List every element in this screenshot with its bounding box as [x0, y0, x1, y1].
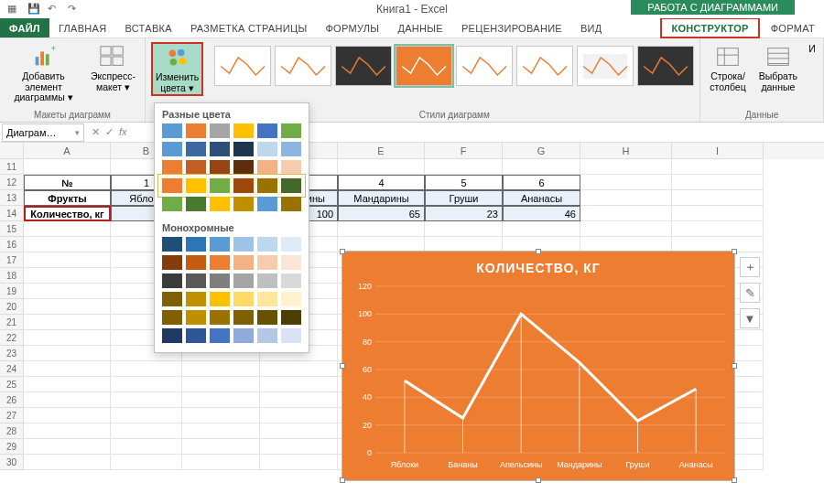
- color-swatch[interactable]: [210, 178, 230, 193]
- resize-handle[interactable]: [732, 249, 737, 254]
- color-swatch[interactable]: [281, 292, 301, 306]
- color-swatch[interactable]: [233, 328, 254, 343]
- color-swatch[interactable]: [186, 273, 206, 288]
- name-box[interactable]: Диаграм…: [2, 123, 84, 142]
- cell[interactable]: [182, 439, 260, 455]
- enter-icon[interactable]: ✓: [105, 126, 114, 138]
- color-swatch[interactable]: [257, 255, 277, 270]
- color-swatch[interactable]: [257, 273, 277, 288]
- quick-layout-button[interactable]: Экспресс-макет ▾: [87, 42, 139, 94]
- cell[interactable]: [425, 159, 503, 175]
- tab-formulas[interactable]: ФОРМУЛЫ: [316, 18, 388, 38]
- cell[interactable]: 23: [425, 206, 503, 221]
- color-swatch[interactable]: [233, 255, 254, 270]
- cell[interactable]: Ананасы: [503, 190, 580, 206]
- color-swatch[interactable]: [233, 160, 254, 175]
- color-swatch[interactable]: [162, 160, 182, 175]
- redo-icon[interactable]: ↷: [68, 3, 81, 16]
- row-header[interactable]: 13: [0, 190, 24, 206]
- col-F[interactable]: F: [425, 143, 503, 159]
- change-colors-dropdown[interactable]: Разные цвета Монохромные: [154, 102, 309, 353]
- chart-style-4[interactable]: [396, 46, 452, 86]
- color-swatch[interactable]: [210, 310, 230, 325]
- cell[interactable]: [111, 455, 182, 470]
- color-swatch[interactable]: [162, 310, 182, 325]
- cell[interactable]: 65: [338, 206, 425, 221]
- resize-handle[interactable]: [536, 249, 541, 254]
- row-header[interactable]: 21: [0, 315, 24, 330]
- select-all-corner[interactable]: [0, 143, 24, 159]
- tab-home[interactable]: ГЛАВНАЯ: [49, 18, 116, 38]
- chart-style-7[interactable]: [577, 46, 634, 86]
- cell[interactable]: [111, 392, 182, 408]
- color-swatch[interactable]: [233, 123, 254, 138]
- color-row[interactable]: [162, 123, 301, 138]
- color-swatch[interactable]: [281, 178, 301, 193]
- cell[interactable]: [260, 392, 338, 408]
- cell[interactable]: [182, 455, 260, 470]
- resize-handle[interactable]: [340, 249, 345, 254]
- color-swatch[interactable]: [186, 160, 206, 175]
- color-row[interactable]: [162, 255, 301, 270]
- color-row[interactable]: [162, 328, 301, 343]
- cell[interactable]: Фрукты: [24, 190, 111, 206]
- color-swatch[interactable]: [162, 292, 182, 306]
- color-swatch[interactable]: [186, 142, 206, 156]
- resize-handle[interactable]: [340, 477, 345, 483]
- row-header[interactable]: 19: [0, 284, 24, 299]
- color-swatch[interactable]: [186, 292, 206, 306]
- cell[interactable]: №: [24, 175, 111, 190]
- color-swatch[interactable]: [210, 292, 230, 306]
- color-swatch[interactable]: [162, 178, 182, 193]
- row-header[interactable]: 29: [0, 439, 24, 455]
- color-swatch[interactable]: [210, 237, 230, 252]
- color-swatch[interactable]: [186, 310, 206, 325]
- cell[interactable]: [24, 221, 111, 237]
- col-A[interactable]: A: [24, 143, 111, 159]
- cell[interactable]: [672, 159, 764, 175]
- chart-styles-button[interactable]: ✎: [740, 283, 760, 303]
- row-header[interactable]: 23: [0, 346, 24, 361]
- add-chart-element-button[interactable]: + Добавить элемент диаграммы ▾: [5, 42, 81, 105]
- resize-handle[interactable]: [536, 477, 541, 483]
- tab-file[interactable]: ФАЙЛ: [0, 18, 49, 38]
- color-row[interactable]: [162, 160, 301, 175]
- cell[interactable]: [24, 268, 111, 284]
- color-swatch[interactable]: [233, 197, 254, 211]
- color-swatch[interactable]: [257, 292, 277, 306]
- color-swatch[interactable]: [257, 160, 277, 175]
- cell[interactable]: [260, 361, 338, 377]
- cell[interactable]: [260, 424, 338, 439]
- color-swatch[interactable]: [281, 197, 301, 211]
- cell[interactable]: [111, 424, 182, 439]
- color-swatch[interactable]: [186, 237, 206, 252]
- cell[interactable]: [182, 424, 260, 439]
- style-gallery[interactable]: [214, 42, 694, 86]
- more-button[interactable]: И: [807, 42, 818, 57]
- cell[interactable]: [182, 377, 260, 392]
- cell[interactable]: [24, 424, 111, 439]
- color-swatch[interactable]: [210, 273, 230, 288]
- save-icon[interactable]: 💾: [27, 3, 40, 16]
- cell[interactable]: [24, 315, 111, 330]
- cell[interactable]: [24, 439, 111, 455]
- cell[interactable]: [24, 237, 111, 252]
- color-swatch[interactable]: [210, 328, 230, 343]
- cell[interactable]: 6: [503, 175, 580, 190]
- chart-style-3[interactable]: [335, 46, 392, 86]
- cell[interactable]: [24, 299, 111, 315]
- color-swatch[interactable]: [162, 273, 182, 288]
- color-row[interactable]: [162, 273, 301, 288]
- cell[interactable]: [111, 377, 182, 392]
- color-swatch[interactable]: [210, 142, 230, 156]
- cell[interactable]: [24, 346, 111, 361]
- row-header[interactable]: 27: [0, 408, 24, 424]
- tab-review[interactable]: РЕЦЕНЗИРОВАНИЕ: [452, 18, 571, 38]
- row-header[interactable]: 14: [0, 206, 24, 221]
- plot-area[interactable]: 020406080100120ЯблокиБананыАпельсиныМанд…: [375, 286, 723, 451]
- color-swatch[interactable]: [162, 328, 182, 343]
- cell[interactable]: [24, 361, 111, 377]
- row-header[interactable]: 28: [0, 424, 24, 439]
- cell[interactable]: [182, 361, 260, 377]
- cell[interactable]: [111, 439, 182, 455]
